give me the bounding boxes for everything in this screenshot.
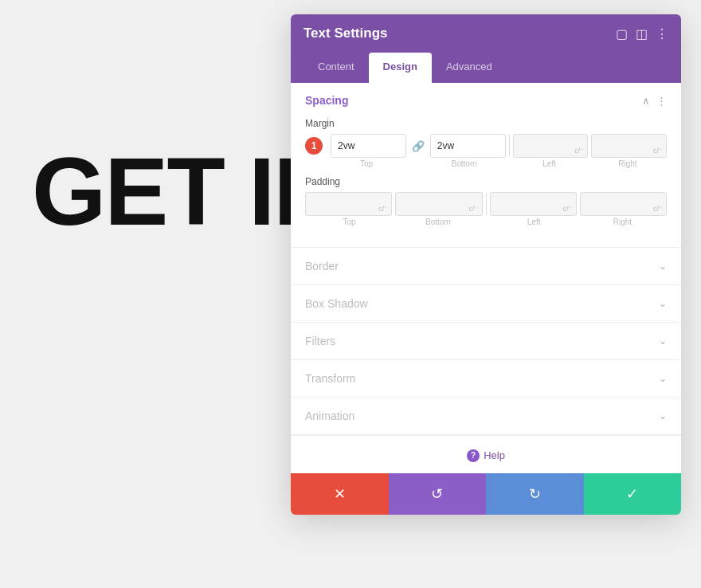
pbottom-suffix: c/⁻ (468, 205, 478, 213)
save-button[interactable]: ✓ (584, 473, 682, 515)
border-section: Border ⌄ (291, 248, 681, 285)
padding-separator (486, 193, 487, 215)
transform-section: Transform ⌄ (291, 360, 681, 398)
padding-right-input: c/⁻ (580, 192, 667, 216)
boxshadow-section: Box Shadow ⌄ (291, 285, 681, 323)
margin-right-label: Right (589, 159, 667, 168)
margin-right-input: c/⁻ (591, 134, 667, 158)
columns-icon[interactable]: ◫ (636, 26, 648, 41)
padding-bottom-input: c/⁻ (395, 192, 482, 216)
tab-content[interactable]: Content (304, 53, 369, 83)
animation-section: Animation ⌄ (291, 398, 681, 435)
panel-header: Text Settings ▢ ◫ ⋮ (291, 14, 681, 53)
filters-section: Filters ⌄ (291, 323, 681, 360)
spacing-content: Margin 1 🔗 c/⁻ (291, 118, 681, 247)
help-label: Help (484, 449, 505, 461)
help-bar: ? Help (291, 435, 681, 473)
link-icon[interactable]: 🔗 (408, 140, 429, 152)
animation-title: Animation (305, 410, 354, 422)
filters-header[interactable]: Filters ⌄ (291, 323, 681, 359)
margin-top-input (331, 134, 406, 158)
padding-top-label: Top (305, 218, 394, 226)
border-chevron: ⌄ (659, 261, 667, 272)
animation-chevron: ⌄ (659, 410, 667, 421)
transform-header[interactable]: Transform ⌄ (291, 360, 681, 397)
header-icons: ▢ ◫ ⋮ (616, 26, 668, 41)
padding-left-input: c/⁻ (490, 192, 577, 216)
right-suffix: c/⁻ (653, 147, 663, 155)
spacing-section: Spacing ∧ ⋮ Margin 1 🔗 (291, 83, 681, 248)
margin-top-field[interactable] (331, 134, 406, 158)
padding-top-input: c/⁻ (305, 192, 392, 216)
padding-right-label: Right (578, 218, 667, 226)
margin-badge: 1 (305, 137, 323, 155)
margin-label: Margin (305, 118, 667, 129)
ptop-suffix: c/⁻ (378, 205, 388, 213)
redo-button[interactable]: ↻ (486, 473, 584, 515)
padding-left-label: Left (490, 218, 578, 226)
padding-inputs: c/⁻ c/⁻ c/⁻ c/⁻ (305, 192, 667, 216)
separator (509, 135, 510, 157)
margin-top-label: Top (327, 159, 405, 168)
panel-footer: ✕ ↺ ↻ ✓ (291, 473, 681, 515)
tab-design[interactable]: Design (369, 53, 432, 83)
pleft-suffix: c/⁻ (563, 205, 573, 213)
filters-title: Filters (305, 335, 335, 347)
margin-inputs: 1 🔗 c/⁻ c/⁻ (305, 134, 667, 158)
left-suffix: c/⁻ (574, 147, 584, 155)
boxshadow-title: Box Shadow (305, 297, 368, 310)
help-link[interactable]: ? Help (467, 449, 505, 462)
padding-col-labels: Top Bottom Left Right (305, 218, 667, 226)
panel-body: Spacing ∧ ⋮ Margin 1 🔗 (291, 83, 681, 473)
transform-title: Transform (305, 372, 355, 385)
boxshadow-header[interactable]: Box Shadow ⌄ (291, 285, 681, 322)
pright-suffix: c/⁻ (653, 205, 663, 213)
margin-left-input: c/⁻ (513, 134, 589, 158)
panel-title: Text Settings (304, 25, 387, 41)
padding-bottom-label: Bottom (394, 218, 482, 226)
boxshadow-chevron: ⌄ (659, 298, 667, 309)
spacing-section-icons: ∧ ⋮ (642, 95, 667, 107)
spacing-options-icon[interactable]: ⋮ (656, 95, 667, 107)
margin-bottom-field[interactable] (430, 134, 506, 158)
margin-bottom-label: Bottom (425, 159, 503, 168)
collapse-icon[interactable]: ∧ (642, 95, 650, 107)
tabs-bar: Content Design Advanced (291, 53, 681, 83)
margin-left-label: Left (511, 159, 589, 168)
more-icon[interactable]: ⋮ (656, 26, 668, 41)
spacing-header[interactable]: Spacing ∧ ⋮ (291, 83, 681, 118)
settings-panel: Text Settings ▢ ◫ ⋮ Content Design Advan… (291, 14, 681, 515)
margin-bottom-input (430, 134, 506, 158)
filters-chevron: ⌄ (659, 335, 667, 347)
undo-button[interactable]: ↺ (389, 473, 487, 515)
transform-chevron: ⌄ (659, 373, 667, 384)
spacing-title: Spacing (305, 94, 348, 107)
animation-header[interactable]: Animation ⌄ (291, 398, 681, 434)
margin-col-labels: Top Bottom Left Right (305, 159, 667, 168)
help-icon: ? (467, 449, 480, 462)
border-header[interactable]: Border ⌄ (291, 248, 681, 284)
tab-advanced[interactable]: Advanced (432, 53, 507, 83)
maximize-icon[interactable]: ▢ (616, 26, 628, 41)
border-title: Border (305, 260, 339, 272)
padding-label: Padding (305, 176, 667, 187)
cancel-button[interactable]: ✕ (291, 473, 389, 515)
